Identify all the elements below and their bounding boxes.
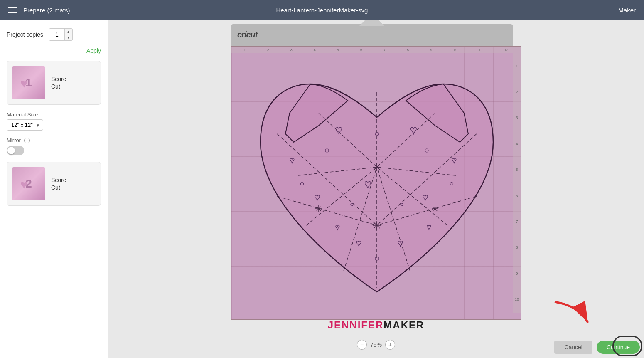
mat-info-1: Score Cut [51,76,66,90]
header-left: Prepare (2 mats) [8,7,70,14]
mirror-row: Mirror i [7,137,101,143]
svg-text:♥: ♥ [335,123,342,136]
svg-text:♥: ♥ [335,223,340,231]
continue-button[interactable]: Continue [597,341,640,354]
main-layout: Project copies: ▲ ▼ Apply 1 Score Cut [0,20,644,358]
zoom-decrease-button[interactable]: − [357,340,367,350]
mirror-label: Mirror [7,137,21,143]
material-size-label: Material Size [7,111,101,118]
apply-row: Apply [7,47,101,54]
cutting-mat-container: cricut 123456789101112 [231,46,521,320]
mat-number-1: 1 [25,76,32,89]
mat-info-2: Score Cut [51,177,66,191]
size-select[interactable]: 12" x 12" 12" x 24" [7,119,43,131]
mirror-info-icon[interactable]: i [24,138,30,143]
svg-text:♥: ♥ [315,192,320,202]
mirror-toggle[interactable] [7,146,24,155]
watermark-jennifer: JENNIFER [328,319,384,331]
svg-text:♥: ♥ [452,156,457,165]
header-title: Prepare (2 mats) [23,7,70,14]
copies-up-button[interactable]: ▲ [65,29,72,35]
cricut-bar: cricut [231,24,513,46]
mat-card-2[interactable]: 2 Score Cut [7,162,101,206]
mirror-section: Mirror i [7,137,101,155]
canvas-area: cricut 123456789101112 [108,20,644,358]
cricut-logo-text: cricut [237,30,257,40]
mat-label-cut-2: Cut [51,184,66,191]
cancel-button[interactable]: Cancel [554,341,592,354]
ruler-number-row: 123456789101112 [231,47,521,53]
mat-label-cut-1: Cut [51,83,66,90]
copies-input-wrapper: ▲ ▼ [49,28,73,41]
mat-label-score-1: Score [51,76,66,82]
copies-input[interactable] [49,29,64,40]
size-select-wrapper: 12" x 12" 12" x 24" ▼ [7,119,43,131]
mat-thumbnail-2: 2 [12,167,45,200]
watermark-maker: MAKER [383,319,424,331]
heart-design-svg: ♥ ♥ [236,51,518,317]
mat-thumbnail-1: 1 [12,66,45,99]
project-copies-row: Project copies: ▲ ▼ [7,28,101,41]
svg-text:♥: ♥ [356,238,361,248]
zoom-increase-button[interactable]: + [385,340,395,350]
header: Prepare (2 mats) Heart-Lantern-JenniferM… [0,0,644,20]
copies-arrows: ▲ ▼ [64,29,72,40]
svg-text:♥: ♥ [427,223,431,231]
cutting-mat: 123456789101112 12345678910 ♥ [231,46,521,320]
mat-label-score-2: Score [51,177,66,183]
red-arrow [546,298,596,335]
svg-text:♥: ♥ [290,156,295,165]
svg-text:♥: ♥ [398,238,403,248]
mat-handle [359,20,384,26]
material-size-section: Material Size 12" x 12" 12" x 24" ▼ [7,111,101,131]
zoom-controls: − 75% + [357,340,395,350]
header-filename: Heart-Lantern-JenniferMaker-svg [276,7,368,14]
svg-text:♥: ♥ [364,178,371,190]
watermark: JENNIFER MAKER [328,319,425,331]
mat-card-1[interactable]: 1 Score Cut [7,61,101,105]
sidebar: Project copies: ▲ ▼ Apply 1 Score Cut [0,20,108,358]
mat-number-2: 2 [25,177,32,190]
toggle-knob [7,147,15,154]
svg-text:♥: ♥ [410,123,417,136]
project-copies-label: Project copies: [7,31,45,38]
apply-button[interactable]: Apply [86,47,101,54]
header-machine: Maker [618,7,636,14]
bottom-buttons: Cancel Continue [554,341,640,354]
zoom-value: 75% [370,341,382,348]
ruler-number-col: 12345678910 [513,53,521,313]
hamburger-icon[interactable] [8,7,17,13]
ruler-right-numbers: 12345678910 [513,47,521,319]
copies-down-button[interactable]: ▼ [65,35,72,40]
ruler-top-numbers: 123456789101112 [231,47,521,53]
svg-text:♥: ♥ [423,192,428,202]
